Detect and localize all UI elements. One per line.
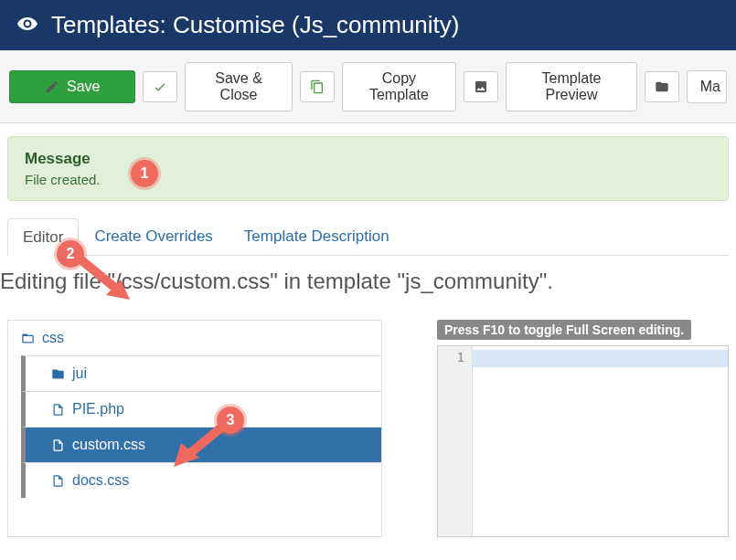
file-icon: [51, 438, 65, 452]
save-button[interactable]: Save: [9, 70, 135, 103]
tree-folder-css-label: css: [42, 330, 64, 346]
gutter-line-1: 1: [457, 350, 464, 365]
alert-body: File created.: [25, 172, 711, 187]
code-editor[interactable]: 1: [437, 345, 729, 537]
folder-open-icon: [21, 332, 35, 345]
message-alert: Message File created.: [7, 136, 729, 201]
tree-file-custom-css-label: custom.css: [72, 437, 145, 453]
file-icon: [51, 403, 65, 417]
file-icon: [51, 474, 65, 488]
arrow-2-icon: [75, 254, 139, 309]
save-label: Save: [67, 79, 100, 95]
manage-icon-button[interactable]: [645, 71, 679, 102]
copy-icon: [310, 79, 325, 94]
template-preview-label: Template Preview: [519, 70, 624, 103]
toolbar: Save Save & Close Copy Template Template…: [0, 50, 736, 123]
active-line-highlight: [473, 350, 728, 367]
copy-template-icon-button[interactable]: [300, 71, 335, 102]
folder-icon: [655, 79, 669, 94]
main-area: css jui PIE.php custom.css docs.css Pres…: [7, 320, 729, 537]
folder-icon: [51, 367, 65, 381]
template-preview-button[interactable]: Template Preview: [506, 62, 637, 111]
annotation-1: 1: [131, 160, 158, 187]
save-close-check-button[interactable]: [143, 71, 177, 102]
page-header: Templates: Customise (Js_community): [0, 0, 736, 50]
tab-editor-label: Editor: [23, 228, 63, 246]
editor-gutter: 1: [438, 346, 473, 536]
editor-hint: Press F10 to toggle Full Screen editing.: [437, 320, 691, 340]
page-title: Templates: Customise (Js_community): [51, 11, 459, 39]
alert-heading: Message: [25, 150, 711, 168]
save-close-button[interactable]: Save & Close: [185, 62, 292, 111]
tree-file-pie[interactable]: PIE.php: [21, 391, 381, 427]
check-icon: [153, 79, 167, 94]
manage-label: Ma: [700, 79, 720, 95]
tab-template-description-label: Template Description: [244, 227, 389, 245]
tab-create-overrides-label: Create Overrides: [94, 227, 212, 245]
tab-template-description[interactable]: Template Description: [229, 217, 405, 255]
save-close-label: Save & Close: [198, 70, 278, 103]
tree-folder-jui[interactable]: jui: [21, 355, 381, 391]
code-area[interactable]: [473, 346, 728, 536]
editor-pane: Press F10 to toggle Full Screen editing.…: [437, 320, 729, 537]
edit-icon: [45, 79, 59, 94]
image-icon: [474, 79, 488, 94]
copy-template-label: Copy Template: [356, 70, 443, 103]
tree-folder-jui-label: jui: [72, 365, 87, 382]
tabs: Editor Create Overrides Template Descrip…: [7, 217, 729, 256]
tab-create-overrides[interactable]: Create Overrides: [79, 217, 228, 255]
tree-file-docs-css-label: docs.css: [72, 472, 129, 489]
copy-template-button[interactable]: Copy Template: [342, 62, 457, 111]
arrow-3-icon: [166, 423, 230, 473]
tree-file-pie-label: PIE.php: [72, 401, 124, 417]
template-preview-icon-button[interactable]: [464, 71, 498, 102]
manage-button[interactable]: Ma: [687, 70, 727, 103]
tree-folder-css[interactable]: css: [8, 320, 381, 355]
eye-icon: [16, 13, 38, 38]
